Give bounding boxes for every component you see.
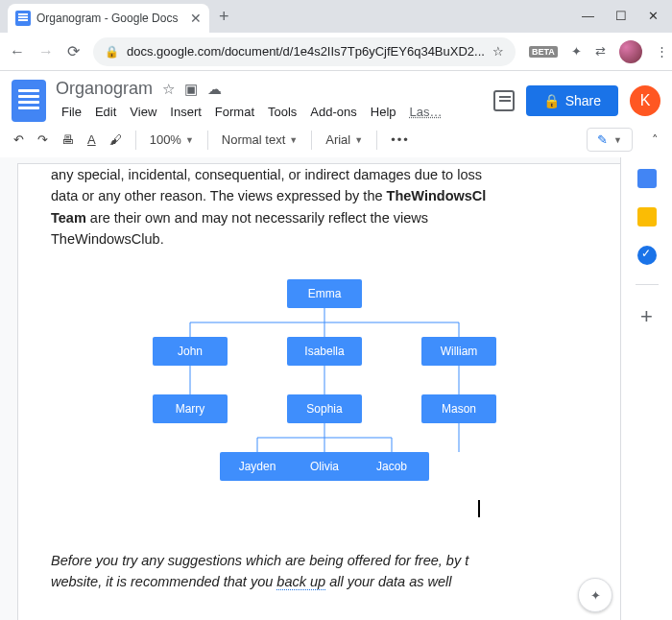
lock-icon: 🔒 <box>543 93 560 108</box>
browser-toolbar: ← → ⟳ 🔒 docs.google.com/document/d/1e4s2… <box>0 33 672 71</box>
chart-node[interactable]: Jayden <box>220 452 295 481</box>
cloud-icon[interactable]: ☁ <box>207 81 222 98</box>
lock-icon: 🔒 <box>105 45 119 59</box>
move-icon[interactable]: ▣ <box>184 81 198 98</box>
close-button[interactable]: ✕ <box>648 9 659 23</box>
document-title[interactable]: Organogram <box>56 79 153 99</box>
docs-header: Organogram ☆ ▣ ☁ File Edit View Insert F… <box>0 71 672 122</box>
url-text: docs.google.com/document/d/1e4s2IIs7Tp6y… <box>127 44 485 59</box>
menu-edit[interactable]: Edit <box>89 102 122 122</box>
text-cursor <box>478 500 480 517</box>
editing-mode-button[interactable]: ✎▼ <box>587 128 633 152</box>
document-canvas[interactable]: any special, incidental, consequential, … <box>0 157 620 620</box>
maximize-button[interactable]: ☐ <box>615 9 627 23</box>
separator <box>636 284 659 285</box>
paint-format-icon[interactable]: 🖌 <box>109 132 122 147</box>
zoom-dropdown[interactable]: 100%▼ <box>150 132 194 147</box>
menu-help[interactable]: Help <box>365 102 402 122</box>
more-tools-icon[interactable]: ••• <box>391 132 410 147</box>
window-controls: — ☐ ✕ <box>568 9 672 33</box>
star-icon[interactable]: ☆ <box>492 44 504 59</box>
extensions-icon[interactable]: ✦ <box>571 44 582 59</box>
menu-insert[interactable]: Insert <box>164 102 207 122</box>
menu-tools[interactable]: Tools <box>262 102 302 122</box>
menu-view[interactable]: View <box>124 102 162 122</box>
chart-node[interactable]: Sophia <box>287 394 362 423</box>
style-dropdown[interactable]: Normal text▼ <box>222 132 298 147</box>
paragraph[interactable]: any special, incidental, consequential, … <box>51 164 598 250</box>
browser-tab[interactable]: Organogram - Google Docs ✕ <box>8 4 209 33</box>
browser-titlebar: Organogram - Google Docs ✕ + — ☐ ✕ <box>0 0 672 33</box>
tab-title: Organogram - Google Docs <box>36 12 184 25</box>
back-icon[interactable]: ← <box>10 43 25 60</box>
url-bar[interactable]: 🔒 docs.google.com/document/d/1e4s2IIs7Tp… <box>93 37 516 66</box>
chart-node[interactable]: Mason <box>421 394 496 423</box>
pencil-icon: ✎ <box>597 132 608 147</box>
chart-node[interactable]: Emma <box>287 279 362 308</box>
menu-format[interactable]: Format <box>209 102 260 122</box>
minimize-button[interactable]: — <box>582 9 594 23</box>
chart-node[interactable]: William <box>421 337 496 366</box>
tab-close-icon[interactable]: ✕ <box>190 11 202 26</box>
organogram-chart[interactable]: Emma John Isabella William Marry Sophia … <box>132 279 516 519</box>
font-dropdown[interactable]: Arial▼ <box>325 132 363 147</box>
chart-node[interactable]: John <box>153 337 228 366</box>
menu-bar: File Edit View Insert Format Tools Add-o… <box>56 102 490 122</box>
settings-icon[interactable]: ⇄ <box>595 44 606 59</box>
docs-logo-icon[interactable] <box>12 80 46 122</box>
menu-last-edit[interactable]: Las… <box>404 102 448 122</box>
chart-node[interactable]: Olivia <box>287 452 362 481</box>
redo-icon[interactable]: ↷ <box>37 132 48 147</box>
calendar-icon[interactable] <box>637 169 657 188</box>
paragraph[interactable]: Before you try any suggestions which are… <box>51 550 598 593</box>
collapse-toolbar-icon[interactable]: ˄ <box>652 132 659 147</box>
beta-badge[interactable]: BETA <box>529 46 558 58</box>
profile-avatar[interactable] <box>619 40 642 63</box>
spellcheck-icon[interactable]: A <box>87 132 96 147</box>
undo-icon[interactable]: ↶ <box>13 132 24 147</box>
comments-icon[interactable] <box>493 90 515 111</box>
menu-file[interactable]: File <box>56 102 87 122</box>
new-tab-button[interactable]: + <box>219 7 229 27</box>
forward-icon[interactable]: → <box>38 43 54 60</box>
add-addon-icon[interactable]: + <box>640 304 653 329</box>
share-button[interactable]: 🔒 Share <box>526 85 618 116</box>
share-label: Share <box>565 93 601 108</box>
explore-button[interactable]: ✦ <box>578 578 612 612</box>
print-icon[interactable]: 🖶 <box>61 132 74 147</box>
tasks-icon[interactable] <box>637 246 657 265</box>
docs-toolbar: ↶ ↷ 🖶 A 🖌 100%▼ Normal text▼ Arial▼ ••• … <box>0 122 672 158</box>
extensions: BETA ✦ ⇄ ⋮ <box>529 40 668 63</box>
chart-node[interactable]: Marry <box>153 394 228 423</box>
kebab-icon[interactable]: ⋮ <box>656 44 668 59</box>
chart-node[interactable]: Isabella <box>287 337 362 366</box>
page: any special, incidental, consequential, … <box>17 163 620 620</box>
star-icon[interactable]: ☆ <box>162 81 175 98</box>
side-panel: + <box>620 157 672 620</box>
menu-addons[interactable]: Add-ons <box>304 102 362 122</box>
chart-node[interactable]: Jacob <box>354 452 429 481</box>
keep-icon[interactable] <box>637 207 657 227</box>
account-avatar[interactable]: K <box>630 85 660 116</box>
reload-icon[interactable]: ⟳ <box>67 42 80 60</box>
docs-favicon <box>15 11 31 26</box>
